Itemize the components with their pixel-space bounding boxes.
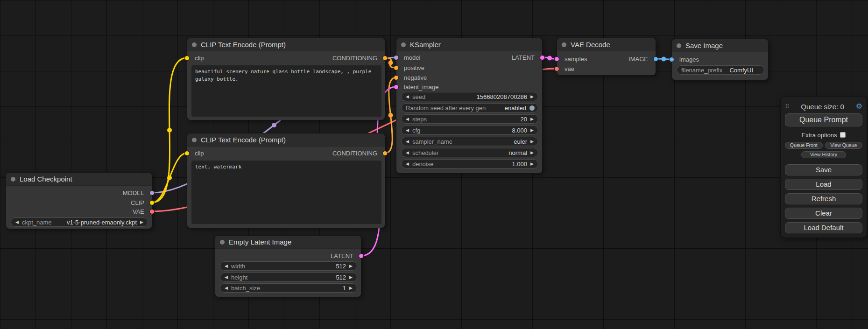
input-label-clip: clip [195,55,204,62]
save-button[interactable]: Save [785,164,862,175]
left-arrow-icon[interactable]: ◀ [406,115,409,123]
latent-image-input-port[interactable] [394,84,399,90]
ckpt-name-widget[interactable]: ◀ ckpt_name v1-5-pruned-emaonly.ckpt ▶ [11,217,148,227]
drag-handle-icon[interactable]: ⠿ [785,103,790,110]
load-button[interactable]: Load [785,179,862,190]
scheduler-widget[interactable]: ◀ scheduler normal ▶ [401,148,538,157]
clip-input-port[interactable] [184,151,190,156]
negative-prompt-textarea[interactable]: text, watermark [191,161,381,224]
filename-prefix-widget[interactable]: filename_prefix ComfyUI [677,65,764,75]
node-save-image[interactable]: Save Image images filename_prefix ComfyU… [671,39,769,80]
left-arrow-icon[interactable]: ◀ [406,148,409,157]
collapse-dot[interactable] [192,138,197,142]
widget-value: 1.000 [512,161,528,168]
refresh-button[interactable]: Refresh [785,193,862,204]
widget-value: euler [514,138,527,145]
load-default-button[interactable]: Load Default [785,222,862,233]
queue-front-button[interactable]: Queue Front [785,142,823,149]
node-title-bar[interactable]: Load Checkpoint [6,173,152,186]
images-input-port[interactable] [669,57,674,62]
output-row-model: MODEL [123,189,152,197]
clip-output-port[interactable] [149,200,155,205]
input-label-samples: samples [565,56,587,63]
right-arrow-icon[interactable]: ▶ [530,160,534,168]
widget-label: steps [412,116,427,123]
collapse-dot[interactable] [192,42,197,47]
node-ksampler[interactable]: KSampler model positive negative latent_… [396,38,543,174]
seed-widget[interactable]: ◀ seed 156680208700286 ▶ [401,92,538,101]
right-arrow-icon[interactable]: ▶ [530,148,534,157]
view-queue-button[interactable]: View Queue [825,142,863,149]
node-title-bar[interactable]: CLIP Text Encode (Prompt) [187,133,385,147]
extra-options-row: Extra options [785,131,862,139]
node-title: CLIP Text Encode (Prompt) [201,136,286,144]
right-arrow-icon[interactable]: ▶ [530,115,534,123]
widget-value: 156680208700286 [477,93,527,100]
queue-prompt-button[interactable]: Queue Prompt [785,113,862,126]
toggle-dot-icon[interactable] [529,105,535,111]
node-title-bar[interactable]: Save Image [672,39,768,52]
left-arrow-icon[interactable]: ◀ [406,126,409,134]
conditioning-output-port[interactable] [382,56,388,61]
clear-button[interactable]: Clear [785,208,862,219]
output-row-latent: LATENT [512,54,542,62]
sampler-name-widget[interactable]: ◀ sampler_name euler ▶ [401,137,538,146]
left-arrow-icon[interactable]: ◀ [406,137,409,146]
samples-input-port[interactable] [554,56,559,62]
queue-panel[interactable]: ⠿ Queue size: 0 ⚙ Queue Prompt Extra opt… [780,97,867,238]
widget-value: enabled [505,105,526,112]
node-title-bar[interactable]: VAE Decode [557,38,656,51]
height-widget[interactable]: ◀ height 512 ▶ [220,273,357,282]
denoise-widget[interactable]: ◀ denoise 1.000 ▶ [401,159,538,168]
node-title-bar[interactable]: CLIP Text Encode (Prompt) [187,38,385,51]
view-history-button[interactable]: View History [801,151,846,158]
conditioning-output-port[interactable] [382,151,388,156]
clip-input-port[interactable] [184,56,190,61]
collapse-dot[interactable] [562,42,566,47]
steps-widget[interactable]: ◀ steps 20 ▶ [401,114,538,124]
model-output-port[interactable] [149,190,155,196]
latent-output-port[interactable] [359,253,364,259]
collapse-dot[interactable] [11,177,15,182]
collapse-dot[interactable] [220,240,225,245]
left-arrow-icon[interactable]: ◀ [225,262,228,270]
input-row-negative: negative [396,74,427,82]
node-title-bar[interactable]: Empty Latent Image [215,236,361,249]
vae-output-port[interactable] [149,209,155,214]
right-arrow-icon[interactable]: ▶ [349,262,353,270]
random-seed-toggle-widget[interactable]: Random seed after every gen enabled [401,103,538,112]
node-clip-text-encode-positive[interactable]: CLIP Text Encode (Prompt) clip CONDITION… [187,38,385,120]
node-vae-decode[interactable]: VAE Decode samples vae IMAGE [557,38,656,76]
right-arrow-icon[interactable]: ▶ [140,218,143,226]
left-arrow-icon[interactable]: ◀ [225,284,228,292]
positive-input-port[interactable] [394,65,399,70]
positive-prompt-textarea[interactable]: beautiful scenery nature glass bottle la… [191,65,381,117]
right-arrow-icon[interactable]: ▶ [530,126,534,134]
widget-value: 8.000 [512,127,528,134]
collapse-dot[interactable] [401,42,406,47]
left-arrow-icon[interactable]: ◀ [15,218,19,226]
left-arrow-icon[interactable]: ◀ [406,92,409,101]
latent-output-port[interactable] [540,55,545,60]
left-arrow-icon[interactable]: ◀ [225,273,228,281]
width-widget[interactable]: ◀ width 512 ▶ [220,261,357,271]
batch-size-widget[interactable]: ◀ batch_size 1 ▶ [220,283,357,293]
right-arrow-icon[interactable]: ▶ [349,273,353,281]
right-arrow-icon[interactable]: ▶ [349,284,353,292]
settings-gear-icon[interactable]: ⚙ [856,103,862,110]
node-load-checkpoint[interactable]: Load Checkpoint MODEL CLIP VAE ◀ ckpt_na… [6,172,152,229]
right-arrow-icon[interactable]: ▶ [530,137,534,146]
cfg-widget[interactable]: ◀ cfg 8.000 ▶ [401,126,538,135]
left-arrow-icon[interactable]: ◀ [406,160,409,168]
vae-input-port[interactable] [554,66,559,71]
model-input-port[interactable] [394,55,399,60]
image-output-port[interactable] [653,56,658,62]
comfyui-canvas[interactable]: { "colors": { "purple": "#b39ddb", "yell… [0,0,868,329]
node-title-bar[interactable]: KSampler [396,38,542,51]
collapse-dot[interactable] [677,43,681,48]
node-clip-text-encode-negative[interactable]: CLIP Text Encode (Prompt) clip CONDITION… [187,133,385,228]
node-empty-latent-image[interactable]: Empty Latent Image LATENT ◀ width 512 ▶ … [215,235,361,297]
right-arrow-icon[interactable]: ▶ [530,92,534,101]
extra-options-checkbox[interactable] [840,132,846,138]
negative-input-port[interactable] [394,75,399,80]
